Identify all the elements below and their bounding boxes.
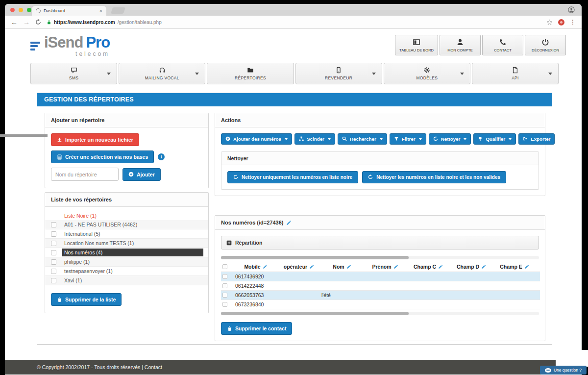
edit-pencil-icon[interactable] — [524, 264, 530, 270]
list-item-selected[interactable]: Nos numéros (4) — [45, 248, 208, 257]
list-item[interactable]: A01 - NE PAS UTILISER (4462) — [45, 220, 208, 229]
tab-close-icon[interactable]: × — [99, 8, 102, 14]
row-checkbox[interactable] — [222, 274, 227, 279]
edit-pencil-icon[interactable] — [438, 264, 443, 270]
nettoyer-title: Nettoyer — [221, 152, 539, 165]
edit-pencil-icon[interactable] — [481, 264, 487, 270]
maximize-window-button[interactable] — [27, 8, 31, 12]
bookmark-star-icon[interactable] — [546, 19, 553, 25]
table-row[interactable]: 0614222448 — [221, 281, 540, 291]
top-menu: TABLEAU DE BORD MON COMPTE CONTACT DÉCON… — [395, 35, 566, 55]
my-account-button[interactable]: MON COMPTE — [440, 35, 481, 55]
rechercher-button[interactable]: Rechercher — [338, 133, 387, 145]
brand-logo[interactable]: iSendPro telecom — [30, 35, 110, 57]
url-path: /gestion/tableau.php — [118, 20, 162, 25]
table-scrollbar-top[interactable] — [221, 256, 539, 259]
column-header[interactable]: Champ E — [492, 264, 536, 270]
address-bar[interactable]: https://www.isendpro.com/gestion/tableau… — [47, 20, 541, 25]
repartition-toggle[interactable]: Répartition — [221, 236, 539, 250]
reload-button[interactable] — [35, 19, 41, 25]
edit-pencil-icon[interactable] — [286, 220, 292, 225]
nettoyer-panel: Nettoyer Nettoyer uniquement les numéros… — [221, 151, 539, 190]
new-tab-button[interactable] — [111, 7, 125, 14]
add-numbers-button[interactable]: Ajouter des numéros — [221, 133, 292, 145]
import-file-button[interactable]: Importer un nouveau fichier — [51, 133, 139, 146]
upload-icon — [57, 137, 62, 143]
checkbox[interactable] — [51, 259, 56, 265]
qualifier-button[interactable]: Qualifier — [473, 133, 516, 145]
chat-widget-button[interactable]: Une question ? — [540, 366, 587, 375]
browser-extension-icon[interactable] — [558, 19, 564, 25]
checkbox[interactable] — [51, 231, 56, 237]
refresh-icon — [233, 175, 239, 180]
nav-tab-sms[interactable]: SMS — [30, 63, 117, 84]
nettoyer-button[interactable]: Nettoyer — [429, 133, 471, 145]
chevron-down-icon — [419, 138, 422, 140]
column-header[interactable]: Nom — [320, 264, 363, 270]
column-header[interactable]: Champ D — [449, 264, 492, 270]
list-item[interactable]: testnepasenvoyer (1) — [45, 267, 208, 276]
edit-pencil-icon[interactable] — [309, 264, 315, 270]
row-checkbox[interactable] — [222, 293, 227, 298]
info-icon[interactable]: i — [158, 153, 165, 160]
brand-name-gray: iSend — [44, 34, 83, 51]
browser-tab[interactable]: Dashboard × — [32, 6, 106, 16]
copyright-text[interactable]: © Copyright 2002/2017 - Tous droits rése… — [37, 364, 162, 370]
list-item-blacklist[interactable]: Liste Noire (1) — [45, 211, 208, 220]
edit-pencil-icon[interactable] — [263, 264, 268, 270]
edit-pencil-icon[interactable] — [393, 264, 399, 270]
list-item[interactable]: philippe (1) — [45, 257, 208, 267]
scinder-button[interactable]: Scinder — [294, 133, 335, 145]
close-window-button[interactable] — [10, 8, 15, 12]
filtrer-button[interactable]: Filtrer — [390, 133, 426, 145]
exporter-button[interactable]: Exporter — [518, 133, 555, 145]
actions-title: Actions — [215, 113, 545, 127]
nav-tab-modeles[interactable]: MODÈLES — [384, 63, 470, 84]
clean-blacklist-only-button[interactable]: Nettoyer uniquement les numéros en liste… — [227, 171, 358, 183]
dashboard-button[interactable]: TABLEAU DE BORD — [395, 35, 438, 55]
scrollbar-thumb[interactable] — [221, 256, 409, 259]
column-header[interactable]: C — [536, 264, 540, 270]
checkbox[interactable] — [51, 250, 56, 255]
row-checkbox[interactable] — [222, 302, 227, 307]
nav-tab-revendeur[interactable]: REVENDEUR — [295, 63, 382, 84]
checkbox[interactable] — [51, 269, 56, 274]
checkbox[interactable] — [51, 278, 56, 283]
column-header[interactable]: Champ C — [406, 264, 449, 270]
repertoire-name-input[interactable] — [51, 168, 119, 181]
column-header[interactable]: opérateur — [277, 264, 320, 270]
logout-button[interactable]: DÉCONNEXION — [525, 35, 566, 55]
nav-tab-mailing-vocal[interactable]: MAILING VOCAL — [119, 63, 205, 84]
table-row[interactable]: 0662053763 l'été — [221, 291, 540, 300]
list-item[interactable]: Location Nos nums TESTS (1) — [45, 239, 208, 248]
table-row[interactable]: 0617436920 — [221, 272, 540, 281]
minimize-window-button[interactable] — [19, 8, 23, 12]
mobile-cell: 0614222448 — [234, 283, 277, 289]
contact-button[interactable]: CONTACT — [482, 35, 523, 55]
checkbox[interactable] — [51, 222, 56, 227]
list-item[interactable]: Xavi (1) — [45, 276, 208, 285]
forward-button[interactable]: → — [23, 19, 30, 25]
select-all-checkbox[interactable] — [222, 264, 227, 269]
delete-contact-button[interactable]: Supprimer le contact — [221, 322, 292, 335]
table-scrollbar-bottom[interactable] — [221, 312, 539, 315]
add-repertoire-button[interactable]: Ajouter — [122, 168, 161, 181]
nav-tab-repertoires[interactable]: RÉPERTOIRES — [207, 63, 294, 84]
row-checkbox[interactable] — [222, 283, 227, 288]
back-button[interactable]: ← — [11, 19, 18, 25]
browser-profile-icon[interactable] — [568, 6, 575, 13]
table-row[interactable]: 0673236840 — [221, 300, 540, 309]
create-selection-button[interactable]: Créer une sélection via nos bases — [51, 150, 154, 163]
column-header[interactable]: Mobile — [234, 264, 277, 270]
list-item[interactable]: International (5) — [45, 229, 208, 239]
chevron-down-icon — [285, 138, 288, 140]
checkbox[interactable] — [51, 241, 56, 246]
delete-from-list-button[interactable]: Supprimer de la liste — [51, 293, 122, 306]
column-header[interactable]: Prénom — [363, 264, 406, 270]
browser-menu-icon[interactable]: ⋮ — [570, 19, 576, 25]
scrollbar-thumb[interactable] — [221, 312, 409, 315]
nav-tab-api[interactable]: API — [472, 63, 559, 84]
clean-blacklist-invalid-button[interactable]: Nettoyer les numéros en liste noire et l… — [362, 171, 506, 183]
plus-circle-icon — [128, 172, 134, 177]
edit-pencil-icon[interactable] — [346, 264, 352, 270]
